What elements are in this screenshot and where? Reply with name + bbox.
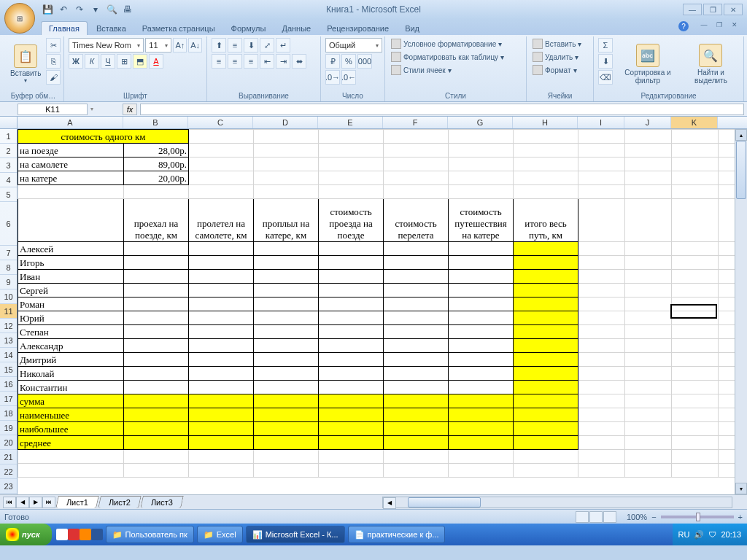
help-icon[interactable]: ? <box>678 21 689 31</box>
align-center-icon[interactable]: ≡ <box>228 54 242 69</box>
decrease-decimal-icon[interactable]: .0← <box>341 70 356 85</box>
office-button[interactable]: ⊞ <box>4 3 35 34</box>
formula-input[interactable] <box>140 104 744 115</box>
cells-grid[interactable]: стоимость одного км на поезде28,00р. на … <box>18 129 740 494</box>
undo-icon[interactable]: ↶ <box>57 3 70 16</box>
align-bottom-icon[interactable]: ⬇ <box>244 38 258 52</box>
row-header-18[interactable]: 18 <box>0 406 17 421</box>
row-header-17[interactable]: 17 <box>0 392 17 406</box>
tab-review[interactable]: Рецензирование <box>320 22 396 35</box>
find-select-button[interactable]: 🔍Найти и выделить <box>683 38 739 90</box>
start-button[interactable]: пуск <box>0 524 52 545</box>
normal-view-icon[interactable] <box>576 511 589 523</box>
ql-vlc-icon[interactable] <box>80 529 91 540</box>
last-sheet-icon[interactable]: ⏭ <box>42 497 55 508</box>
vertical-scrollbar[interactable]: ▴ ▾ <box>735 129 747 494</box>
font-name-combo[interactable]: Times New Rom▾ <box>69 38 144 52</box>
cell-A20[interactable]: наибольшее <box>18 422 124 436</box>
row-header-3[interactable]: 3 <box>0 158 17 173</box>
tab-view[interactable]: Вид <box>398 22 427 35</box>
cell-A2[interactable]: на поезде <box>18 144 124 158</box>
next-sheet-icon[interactable]: ▶ <box>29 497 42 508</box>
redo-icon[interactable]: ↷ <box>73 3 86 16</box>
sort-filter-button[interactable]: 🔤Сортировка и фильтр <box>615 38 681 90</box>
col-header-E[interactable]: E <box>318 117 383 128</box>
zoom-slider[interactable] <box>661 516 734 518</box>
insert-function-button[interactable]: fx <box>123 104 137 115</box>
wrap-text-button[interactable]: ↵ <box>276 38 290 52</box>
shrink-font-icon[interactable]: A↓ <box>188 38 202 52</box>
underline-button[interactable]: Ч <box>101 54 115 69</box>
borders-button[interactable]: ⊞ <box>117 54 131 69</box>
cell-styles-button[interactable]: Стили ячеек ▾ <box>390 64 522 76</box>
cell-A21[interactable]: среднее <box>18 436 124 450</box>
col-header-F[interactable]: F <box>383 117 448 128</box>
row-header-13[interactable]: 13 <box>0 333 17 348</box>
cell-E6[interactable]: стоимость проезда на поезде <box>319 199 384 242</box>
cell-B6[interactable]: проехал на поезде, км <box>124 199 189 242</box>
merge-center-button[interactable]: ⬌ <box>292 54 306 69</box>
format-cells-button[interactable]: Формат ▾ <box>531 64 589 76</box>
currency-icon[interactable]: ₽ <box>325 54 340 69</box>
row-header-6[interactable]: 6 <box>0 202 17 246</box>
decrease-indent-icon[interactable]: ⇤ <box>260 54 274 69</box>
ql-opera-icon[interactable] <box>68 529 80 540</box>
paste-button[interactable]: 📋Вставить▾ <box>7 38 44 90</box>
font-size-combo[interactable]: 11▾ <box>145 38 171 52</box>
align-right-icon[interactable]: ≡ <box>244 54 258 69</box>
print-icon[interactable]: 🖶 <box>121 3 134 16</box>
col-header-A[interactable]: A <box>18 117 123 128</box>
cell-B2[interactable]: 28,00р. <box>124 144 189 158</box>
zoom-label[interactable]: 100% <box>627 513 647 521</box>
row-header-7[interactable]: 7 <box>0 246 17 260</box>
font-color-button[interactable]: A <box>149 54 163 69</box>
cell-A9[interactable]: Иван <box>18 270 124 284</box>
scroll-up-icon[interactable]: ▴ <box>735 129 747 141</box>
row-header-11[interactable]: 11 <box>0 304 17 319</box>
increase-indent-icon[interactable]: ⇥ <box>276 54 290 69</box>
row-header-21[interactable]: 21 <box>0 450 17 464</box>
align-top-icon[interactable]: ⬆ <box>212 38 226 52</box>
page-layout-view-icon[interactable] <box>589 511 603 523</box>
zoom-handle[interactable] <box>696 513 700 521</box>
cell-A17[interactable]: Константин <box>18 381 124 394</box>
doc-minimize-button[interactable]: — <box>697 20 711 30</box>
autosum-icon[interactable]: Σ <box>598 38 613 52</box>
ql-word-icon[interactable] <box>91 529 103 540</box>
format-painter-icon[interactable]: 🖌 <box>46 70 61 85</box>
comma-style-icon[interactable]: 000 <box>357 54 372 69</box>
cell-A15[interactable]: Дмитрий <box>18 353 124 367</box>
percent-icon[interactable]: % <box>341 54 356 69</box>
cell-B4[interactable]: 20,00р. <box>124 171 189 185</box>
cell-A19[interactable]: наименьшее <box>18 408 124 422</box>
row-header-2[interactable]: 2 <box>0 144 17 158</box>
sheet-tab-3[interactable]: Лист3 <box>140 496 184 508</box>
increase-decimal-icon[interactable]: .0→ <box>325 70 340 85</box>
cell-D6[interactable]: проплыл на катере, км <box>254 199 319 242</box>
row-header-22[interactable]: 22 <box>0 464 17 479</box>
scroll-thumb[interactable] <box>736 141 746 199</box>
page-break-view-icon[interactable] <box>603 511 616 523</box>
fill-icon[interactable]: ⬇ <box>598 54 613 69</box>
cell-A10[interactable]: Сергей <box>18 284 124 298</box>
format-as-table-button[interactable]: Форматировать как таблицу ▾ <box>390 51 522 63</box>
cell-G6[interactable]: стоимость путешествия на катере <box>449 199 514 242</box>
row-header-23[interactable]: 23 <box>0 479 17 494</box>
cell-A14[interactable]: Александр <box>18 339 124 353</box>
col-header-D[interactable]: D <box>253 117 318 128</box>
taskbar-item-1[interactable]: 📁 Пользователь пк <box>106 526 194 543</box>
taskbar-item-2[interactable]: 📁 Excel <box>197 526 243 543</box>
cell-A18[interactable]: сумма <box>18 394 124 408</box>
italic-button[interactable]: К <box>85 54 99 69</box>
col-header-G[interactable]: G <box>448 117 513 128</box>
ql-chrome-icon[interactable] <box>56 529 68 540</box>
taskbar-item-3[interactable]: 📊 Microsoft Excel - К... <box>246 526 345 543</box>
bold-button[interactable]: Ж <box>69 54 83 69</box>
tab-page-layout[interactable]: Разметка страницы <box>135 22 222 35</box>
row-header-5[interactable]: 5 <box>0 187 17 202</box>
cell-B3[interactable]: 89,00р. <box>124 158 189 171</box>
cell-F6[interactable]: стоимость перелета <box>384 199 449 242</box>
taskbar-item-4[interactable]: 📄 практические к ф... <box>348 526 446 543</box>
copy-icon[interactable]: ⎘ <box>46 54 61 69</box>
cell-A12[interactable]: Юрий <box>18 311 124 325</box>
